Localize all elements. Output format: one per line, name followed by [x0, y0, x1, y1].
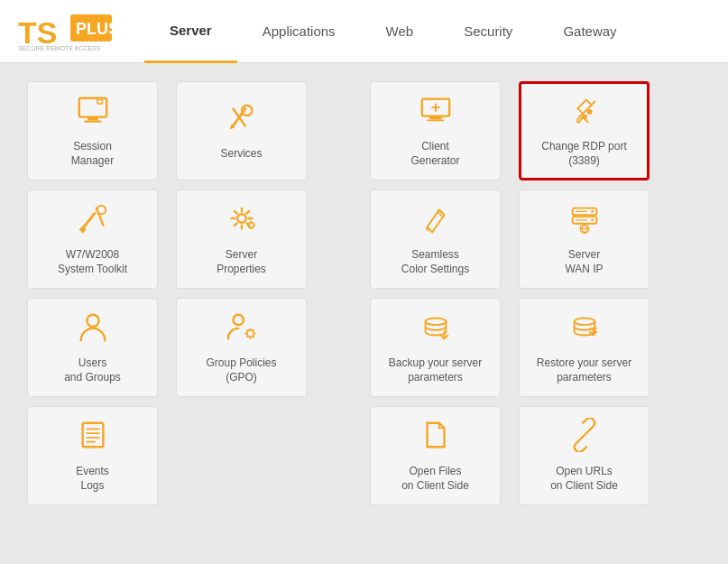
logo: TS PLUS SECURE REMOTE ACCESS — [18, 11, 117, 52]
svg-text:PLUS: PLUS — [76, 20, 117, 38]
tsplus-logo: TS PLUS SECURE REMOTE ACCESS — [18, 11, 117, 52]
right-col-1: Client Generator Seamless Color Settings — [370, 81, 501, 546]
svg-rect-30 — [427, 120, 444, 122]
svg-line-10 — [82, 214, 94, 229]
svg-point-41 — [591, 210, 594, 213]
left-col-2: Services Server Properties — [176, 81, 307, 546]
session-manager-label: Session Manager — [71, 140, 114, 168]
svg-point-13 — [97, 206, 106, 215]
open-urls-label: Open URLs on Client Side — [550, 465, 618, 493]
monitor-plus-icon — [419, 93, 453, 133]
svg-rect-15 — [82, 423, 103, 448]
svg-rect-29 — [429, 116, 441, 120]
svg-point-42 — [591, 219, 594, 222]
seamless-color-label: Seamless Color Settings — [401, 248, 469, 276]
nav-web[interactable]: Web — [361, 0, 439, 63]
tile-group-policies[interactable]: Group Policies (GPO) — [176, 298, 307, 397]
stack-arrow-icon — [419, 310, 453, 349]
svg-point-37 — [586, 109, 592, 115]
change-rdp-label: Change RDP port (3389) — [541, 140, 627, 168]
header: TS PLUS SECURE REMOTE ACCESS Server Appl… — [0, 0, 728, 63]
wrench-pencil-icon — [76, 201, 110, 241]
backup-server-label: Backup your server parameters — [389, 356, 482, 384]
nav-applications[interactable]: Applications — [237, 0, 361, 63]
w7-toolkit-label: W7/W2008 System Toolkit — [58, 248, 127, 276]
server-wan-label: Server WAN IP — [565, 248, 603, 276]
left-col-1: Session Manager W7/W2008 System Toolkit — [27, 81, 158, 546]
tile-services[interactable]: Services — [176, 81, 307, 180]
tile-seamless-color[interactable]: Seamless Color Settings — [370, 190, 501, 289]
svg-rect-6 — [84, 121, 101, 123]
users-groups-label: Users and Groups — [64, 356, 121, 384]
tile-change-rdp[interactable]: Change RDP port (3389) — [519, 81, 650, 180]
svg-point-34 — [425, 319, 446, 326]
nav-gateway[interactable]: Gateway — [538, 0, 641, 63]
tools-icon — [225, 100, 259, 140]
tile-backup-server[interactable]: Backup your server parameters — [370, 298, 501, 397]
server-icon — [567, 201, 602, 241]
tile-events-logs[interactable]: Events Logs — [27, 406, 158, 505]
nav-server[interactable]: Server — [144, 0, 237, 63]
svg-text:SECURE REMOTE ACCESS: SECURE REMOTE ACCESS — [18, 45, 101, 51]
tile-session-manager[interactable]: Session Manager — [27, 81, 158, 180]
svg-point-38 — [582, 115, 587, 120]
server-properties-label: Server Properties — [217, 248, 266, 276]
events-logs-label: Events Logs — [76, 465, 109, 493]
right-col-2: Change RDP port (3389) Server WAN IP — [519, 81, 650, 546]
tile-server-wan[interactable]: Server WAN IP — [519, 190, 650, 289]
nav-security[interactable]: Security — [438, 0, 538, 63]
svg-point-47 — [574, 319, 594, 326]
link-icon — [567, 418, 602, 458]
services-label: Services — [220, 147, 262, 162]
svg-line-50 — [580, 431, 589, 440]
content-area: Session Manager W7/W2008 System Toolkit — [0, 63, 728, 564]
svg-point-14 — [87, 315, 98, 327]
tile-w7-toolkit[interactable]: W7/W2008 System Toolkit — [27, 190, 158, 289]
svg-point-24 — [237, 215, 246, 224]
svg-rect-5 — [88, 117, 97, 121]
person-gear-icon — [225, 310, 259, 349]
restore-server-label: Restore your server parameters — [537, 356, 631, 384]
group-policies-label: Group Policies (GPO) — [206, 356, 276, 384]
tile-server-properties[interactable]: Server Properties — [176, 190, 307, 289]
client-generator-label: Client Generator — [410, 140, 459, 168]
person-icon — [76, 310, 110, 349]
tile-open-files[interactable]: Open Files on Client Side — [370, 406, 501, 505]
file-icon — [419, 418, 453, 458]
open-files-label: Open Files on Client Side — [401, 465, 469, 493]
tile-users-groups[interactable]: Users and Groups — [27, 298, 158, 397]
pen-icon — [419, 201, 453, 241]
divider — [325, 81, 352, 546]
stack-down-icon — [567, 310, 602, 349]
gear-cog-icon — [225, 201, 259, 241]
svg-point-26 — [233, 315, 243, 325]
tile-client-generator[interactable]: Client Generator — [370, 81, 501, 180]
list-icon — [76, 418, 110, 458]
tile-open-urls[interactable]: Open URLs on Client Side — [519, 406, 650, 505]
plug-icon — [567, 93, 602, 133]
monitor-icon — [76, 93, 110, 133]
svg-line-36 — [591, 102, 594, 106]
main-nav: Server Applications Web Security Gateway — [144, 0, 642, 63]
tile-restore-server[interactable]: Restore your server parameters — [519, 298, 650, 397]
